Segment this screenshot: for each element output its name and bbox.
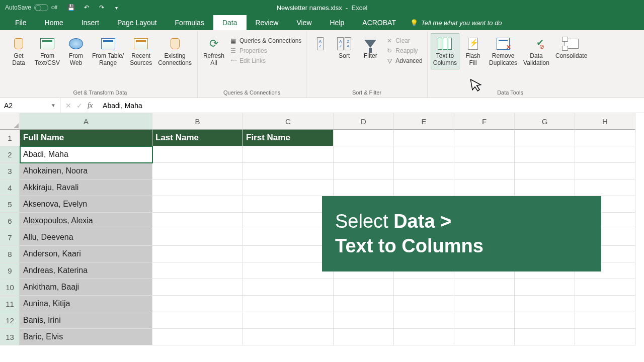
cell[interactable] — [515, 179, 575, 196]
cell[interactable] — [334, 312, 394, 329]
cell[interactable] — [243, 329, 334, 345]
table-header-cell[interactable]: Last Name — [152, 130, 243, 146]
cell[interactable]: Anderson, Kaari — [20, 246, 152, 262]
cell[interactable] — [515, 146, 575, 163]
row-header[interactable]: 8 — [0, 246, 20, 262]
row-header[interactable]: 5 — [0, 196, 20, 213]
column-header[interactable]: D — [334, 113, 394, 130]
row-header[interactable]: 1 — [0, 130, 20, 146]
tab-help[interactable]: Help — [321, 15, 354, 30]
column-header[interactable]: F — [454, 113, 515, 130]
customize-qat-icon[interactable]: ▾ — [113, 4, 121, 12]
cell[interactable] — [515, 296, 575, 312]
cell[interactable] — [334, 179, 394, 196]
cell[interactable] — [334, 296, 394, 312]
cell[interactable] — [243, 296, 334, 312]
row-header[interactable]: 4 — [0, 179, 20, 196]
row-header[interactable]: 11 — [0, 296, 20, 312]
tab-data[interactable]: Data — [213, 15, 247, 30]
cell[interactable] — [575, 329, 635, 345]
cell[interactable] — [152, 146, 243, 163]
cell[interactable]: Baric, Elvis — [20, 329, 152, 345]
cell[interactable] — [454, 163, 515, 179]
cell[interactable] — [454, 130, 515, 146]
cell[interactable] — [243, 146, 334, 163]
from-web-button[interactable]: From Web — [63, 33, 89, 69]
get-data-button[interactable]: Get Data — [6, 33, 31, 69]
cell[interactable] — [152, 213, 243, 229]
recent-sources-button[interactable]: Recent Sources — [127, 33, 154, 69]
cell[interactable] — [454, 296, 515, 312]
cell[interactable] — [454, 312, 515, 329]
queries-connections-button[interactable]: ▦Queries & Connections — [228, 36, 303, 45]
tell-me-search[interactable]: 💡 Tell me what you want to do — [405, 15, 502, 30]
cell[interactable] — [454, 279, 515, 296]
cell[interactable] — [515, 130, 575, 146]
column-header[interactable]: A — [20, 113, 152, 130]
row-header[interactable]: 12 — [0, 312, 20, 329]
cell[interactable] — [152, 329, 243, 345]
cell[interactable] — [575, 179, 635, 196]
refresh-all-button[interactable]: ⟳Refresh All — [201, 33, 227, 69]
formula-input[interactable]: Abadi, Maha — [98, 102, 142, 110]
reapply-button[interactable]: ↻Reapply — [384, 46, 424, 55]
cell[interactable] — [152, 262, 243, 279]
cell[interactable] — [515, 163, 575, 179]
cell[interactable] — [243, 262, 334, 279]
tab-acrobat[interactable]: ACROBAT — [353, 15, 405, 30]
cancel-formula-icon[interactable]: ✕ — [65, 102, 71, 110]
cell[interactable] — [334, 146, 394, 163]
cell[interactable] — [243, 213, 334, 229]
existing-connections-button[interactable]: Existing Connections — [155, 33, 194, 69]
column-header[interactable]: H — [575, 113, 635, 130]
row-header[interactable]: 3 — [0, 163, 20, 179]
cell[interactable] — [454, 179, 515, 196]
clear-filter-button[interactable]: ✕Clear — [384, 36, 424, 45]
cell[interactable]: Banis, Irini — [20, 312, 152, 329]
redo-icon[interactable]: ↷ — [98, 4, 106, 12]
cell[interactable] — [243, 196, 334, 213]
flash-fill-button[interactable]: Flash Fill — [460, 33, 486, 69]
cell[interactable] — [334, 163, 394, 179]
enter-formula-icon[interactable]: ✓ — [76, 102, 83, 110]
cell[interactable] — [575, 163, 635, 179]
name-box[interactable]: A2▼ — [0, 98, 60, 113]
fx-icon[interactable]: fx — [88, 102, 93, 110]
cell[interactable] — [334, 329, 394, 345]
cell[interactable] — [575, 130, 635, 146]
cell[interactable] — [394, 163, 454, 179]
cell[interactable]: Ankitham, Baaji — [20, 279, 152, 296]
consolidate-button[interactable]: Consolidate — [553, 33, 590, 62]
cell[interactable] — [152, 312, 243, 329]
text-to-columns-button[interactable]: Text to Columns — [431, 33, 459, 69]
properties-button[interactable]: ☰Properties — [228, 46, 303, 55]
autosave-toggle[interactable]: AutoSave Off — [0, 4, 62, 11]
row-header[interactable]: 13 — [0, 329, 20, 345]
column-header[interactable]: B — [152, 113, 243, 130]
tab-view[interactable]: View — [287, 15, 320, 30]
cell[interactable] — [334, 130, 394, 146]
edit-links-button[interactable]: ⬳Edit Links — [228, 56, 303, 65]
cell[interactable] — [152, 279, 243, 296]
save-icon[interactable]: 💾 — [67, 4, 75, 12]
table-header-cell[interactable]: First Name — [243, 130, 334, 146]
sort-az-button[interactable]: AZ — [309, 33, 331, 55]
cell[interactable]: Aunina, Kitija — [20, 296, 152, 312]
cell[interactable] — [243, 229, 334, 246]
tab-formulas[interactable]: Formulas — [166, 15, 213, 30]
cell[interactable]: Allu, Deevena — [20, 229, 152, 246]
cell[interactable]: Akkiraju, Ravali — [20, 179, 152, 196]
cell[interactable] — [152, 179, 243, 196]
cell[interactable] — [243, 163, 334, 179]
cell[interactable]: Alexopoulos, Alexia — [20, 213, 152, 229]
cell[interactable] — [575, 296, 635, 312]
tab-review[interactable]: Review — [247, 15, 288, 30]
from-text-csv-button[interactable]: From Text/CSV — [32, 33, 62, 69]
cell[interactable] — [394, 130, 454, 146]
row-header[interactable]: 9 — [0, 262, 20, 279]
cell[interactable] — [575, 312, 635, 329]
advanced-filter-button[interactable]: ▽Advanced — [384, 56, 424, 65]
cell[interactable] — [394, 296, 454, 312]
undo-icon[interactable]: ↶ — [83, 4, 91, 12]
cell[interactable] — [454, 146, 515, 163]
